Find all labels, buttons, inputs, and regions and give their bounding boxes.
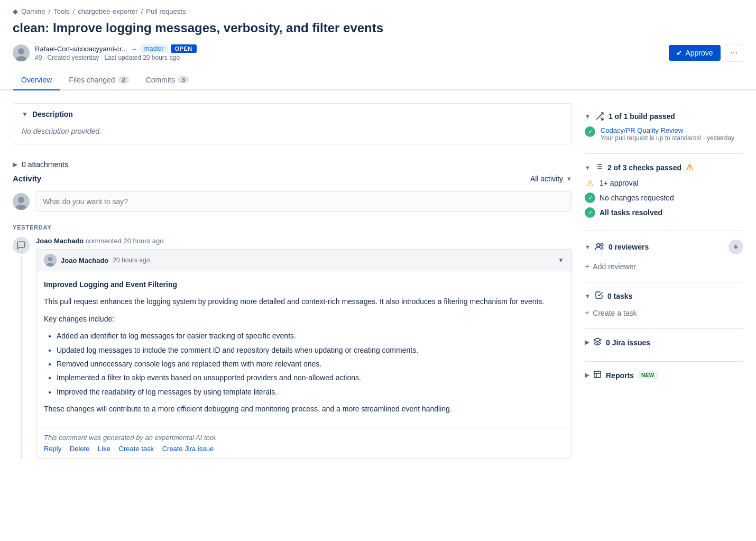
build-chevron: ▼ <box>585 113 591 120</box>
description-header[interactable]: ▼ Description <box>13 104 571 125</box>
pr-meta-bar: Rafael-Cort-s/codacyyaml-cr... → master … <box>0 44 756 70</box>
activity-filter-label: All activity <box>530 175 563 183</box>
tab-files-changed[interactable]: Files changed 2 <box>60 70 137 90</box>
sidebar-reviewers-title[interactable]: ▼ 0 reviewers + <box>585 240 743 254</box>
activity-icon-col <box>13 237 30 459</box>
comment-author-name: Joao Machado <box>61 256 108 264</box>
breadcrumb: ◆ Qamine / Tools / chargebee-exporter / … <box>0 0 756 21</box>
pr-sub-info: #9 · Created yesterday · Last updated 20… <box>35 54 197 61</box>
comment-footer: This comment was generated by an experim… <box>36 428 571 458</box>
tabs-bar: Overview Files changed 2 Commits 3 <box>0 70 756 90</box>
svg-point-18 <box>601 243 603 246</box>
pr-number: #9 <box>35 54 42 61</box>
comment-action-delete[interactable]: Delete <box>70 445 90 453</box>
breadcrumb-sep-1: / <box>49 7 51 15</box>
comment-collapse-chevron[interactable]: ▼ <box>558 256 564 264</box>
comment-action-like[interactable]: Like <box>98 445 110 453</box>
author-avatar <box>13 44 30 61</box>
approve-button[interactable]: ✔ Approve <box>669 45 721 61</box>
create-task-row[interactable]: + Create a task <box>585 306 743 320</box>
activity-content: Joao Machado commented 20 hours ago <box>36 237 572 459</box>
breadcrumb-pull-requests[interactable]: Pull requests <box>146 7 186 15</box>
more-dots-icon: ··· <box>731 48 737 57</box>
description-title: Description <box>32 110 73 118</box>
attachments-row[interactable]: ▶ 0 attachments <box>13 155 572 174</box>
reviewer-add-circle-btn[interactable]: + <box>729 240 743 254</box>
checks-icon <box>595 162 603 172</box>
sidebar-checks-title[interactable]: ▼ 2 of 3 checks passed ⚠ <box>585 162 743 172</box>
activity-filter[interactable]: All activity ▼ <box>530 175 572 183</box>
activity-section: Activity All activity ▼ YESTERD <box>13 174 572 459</box>
reviewers-chevron: ▼ <box>585 244 591 250</box>
check-label-1: No changes requested <box>600 194 674 202</box>
comment-action-create-task[interactable]: Create task <box>119 445 154 453</box>
comment-action-jira[interactable]: Create Jira issue <box>162 445 214 453</box>
check-item-1: ✓ No changes requested <box>585 192 743 203</box>
activity-time: 20 hours ago <box>123 237 163 245</box>
tab-files-changed-label: Files changed <box>69 76 115 84</box>
breadcrumb-org[interactable]: Qamine <box>21 7 45 15</box>
main-content: ▼ Description No description provided. ▶… <box>13 103 572 469</box>
build-name[interactable]: Codacy/PR Quality Review <box>601 126 734 134</box>
tab-overview[interactable]: Overview <box>13 70 60 90</box>
checks-title: 2 of 3 checks passed <box>607 163 681 172</box>
sidebar-reports-section: ▶ Reports NEW <box>585 362 743 394</box>
comment-input[interactable] <box>35 191 572 212</box>
sidebar-jira-section: ▶ 0 Jira issues <box>585 329 743 362</box>
tab-commits[interactable]: Commits 3 <box>137 70 197 90</box>
add-reviewer-label: Add reviewer <box>593 262 636 271</box>
sidebar-reports-title[interactable]: ▶ Reports NEW <box>585 370 743 380</box>
svg-rect-19 <box>594 371 601 378</box>
breadcrumb-repo[interactable]: chargebee-exporter <box>78 7 137 15</box>
comment-bullet-1: Updated log messages to include the comm… <box>57 344 564 356</box>
tab-commits-label: Commits <box>146 76 175 84</box>
check-item-0: ⚠ 1+ approval <box>585 178 743 188</box>
pr-actions: ✔ Approve ··· <box>669 44 744 62</box>
reviewers-title: 0 reviewers <box>609 243 649 251</box>
more-options-button[interactable]: ··· <box>725 44 743 62</box>
pr-branch-info: Rafael-Cort-s/codacyyaml-cr... → master … <box>35 44 197 61</box>
activity-header: Activity All activity ▼ <box>13 174 572 183</box>
tab-commits-count: 3 <box>178 76 189 84</box>
sidebar-build-section: ▼ 1 of 1 build passed ✓ Codacy/PR Qualit… <box>585 103 743 154</box>
pr-meta-left: Rafael-Cort-s/codacyyaml-cr... → master … <box>13 44 197 61</box>
day-divider: YESTERDAY <box>13 224 572 231</box>
description-body: No description provided. <box>13 125 571 144</box>
breadcrumb-sep-2: / <box>73 7 75 15</box>
check-label-0: 1+ approval <box>600 179 639 187</box>
add-reviewer-row[interactable]: + Add reviewer <box>585 260 743 273</box>
reports-expand-icon: ▶ <box>585 372 589 379</box>
comment-author-time: 20 hours ago <box>113 256 150 264</box>
svg-point-1 <box>18 48 24 54</box>
comment-bullet-2: Removed unnecessary console logs and rep… <box>57 358 564 370</box>
comment-body: Improved Logging and Event Filtering Thi… <box>36 271 571 428</box>
sidebar-jira-title[interactable]: ▶ 0 Jira issues <box>585 337 743 347</box>
check-warning-icon: ⚠ <box>585 178 595 188</box>
comment-title: Improved Logging and Event Filtering <box>44 279 564 290</box>
sidebar: ▼ 1 of 1 build passed ✓ Codacy/PR Qualit… <box>585 103 743 394</box>
sidebar-tasks-title[interactable]: ▼ 0 tasks <box>585 291 743 301</box>
comment-intro: This pull request enhances the logging s… <box>44 296 564 307</box>
jira-title: 0 Jira issues <box>606 338 650 347</box>
activity-meta: Joao Machado commented 20 hours ago <box>36 237 572 245</box>
sidebar-build-title[interactable]: ▼ 1 of 1 build passed <box>585 112 743 121</box>
jira-icon <box>593 337 602 347</box>
add-reviewer-icon: + <box>585 262 589 271</box>
build-sub: Your pull request is up to standards! · … <box>601 134 734 142</box>
comment-footer-text: These changes will contribute to a more … <box>44 403 564 415</box>
breadcrumb-tools[interactable]: Tools <box>53 7 69 15</box>
comment-action-reply[interactable]: Reply <box>44 445 61 453</box>
comment-bullets-list: Added an identifier to log messages for … <box>44 330 564 398</box>
main-layout: ▼ Description No description provided. ▶… <box>0 90 756 469</box>
description-section: ▼ Description No description provided. <box>13 103 572 144</box>
comment-box-header-left: Joao Machado 20 hours ago <box>44 254 150 267</box>
build-title: 1 of 1 build passed <box>609 112 675 121</box>
jira-expand-icon: ▶ <box>585 339 589 346</box>
comment-actions: Reply · Delete · Like · Create task · Cr… <box>44 445 564 453</box>
attachments-label: 0 attachments <box>22 160 68 169</box>
tasks-chevron: ▼ <box>585 293 591 299</box>
comment-key-changes-label: Key changes include: <box>44 313 564 325</box>
activity-action: commented <box>86 237 124 245</box>
description-text: No description provided. <box>22 127 563 135</box>
pr-branch-row: Rafael-Cort-s/codacyyaml-cr... → master … <box>35 44 197 53</box>
